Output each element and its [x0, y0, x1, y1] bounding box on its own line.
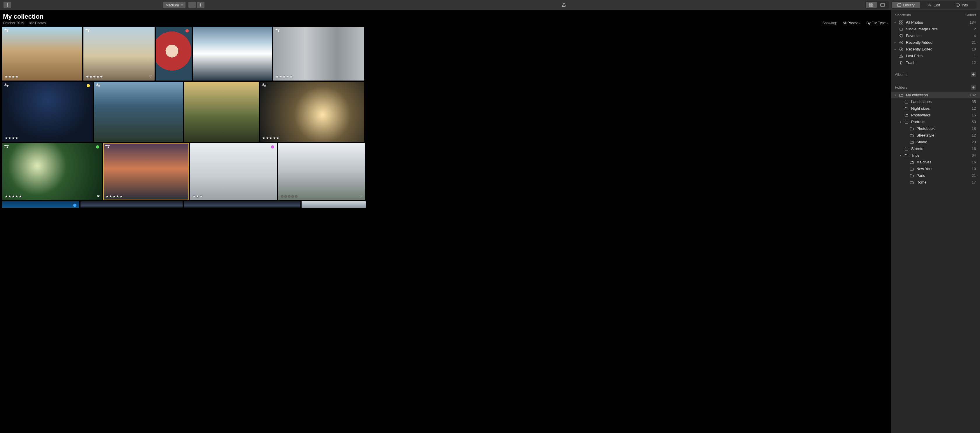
folder-label: Photowalks — [911, 113, 969, 117]
folder-icon — [904, 113, 908, 117]
shortcut-label: Trash — [906, 60, 969, 65]
photo-thumbnail[interactable] — [193, 27, 272, 81]
folder-count: 53 — [972, 119, 976, 124]
folder-item[interactable]: ▾Trips64 — [891, 152, 980, 159]
folder-item[interactable]: ▾My collection182 — [891, 92, 980, 98]
color-label-dot — [271, 145, 274, 148]
photo-thumbnail[interactable] — [2, 201, 80, 208]
photo-thumbnail[interactable]: ★★★★ — [2, 27, 82, 81]
folder-item[interactable]: ▾Portraits53 — [891, 118, 980, 125]
shortcut-label: Favorites — [906, 33, 972, 38]
photo-thumbnail[interactable] — [184, 82, 259, 142]
shortcut-item[interactable]: Lost Edits1 — [891, 53, 980, 59]
single-view-button[interactable] — [877, 2, 888, 8]
add-button[interactable] — [3, 2, 11, 8]
disclosure-triangle[interactable]: ▾ — [894, 94, 897, 97]
photo-thumbnail[interactable] — [94, 82, 183, 142]
folder-item[interactable]: Studio23 — [891, 138, 980, 145]
folder-item[interactable]: Rome17 — [891, 179, 980, 186]
adjustments-icon — [262, 83, 266, 87]
edit-tab-label: Edit — [934, 3, 940, 7]
shortcut-item[interactable]: Single Image Edits2 — [891, 25, 980, 32]
content-area: My collection October 2019 182 Photos Sh… — [0, 10, 891, 433]
folder-count: 21 — [972, 174, 976, 178]
grid-view-button[interactable] — [865, 2, 877, 8]
photo-thumbnail[interactable] — [302, 201, 366, 208]
photo-thumbnail[interactable] — [81, 201, 183, 208]
folder-item[interactable]: Landscapes35 — [891, 98, 980, 105]
shortcut-label: Recently Edited — [906, 47, 969, 51]
folder-item[interactable]: Streetstyle12 — [891, 132, 980, 138]
folder-label: New York — [916, 167, 969, 171]
svg-rect-12 — [899, 23, 901, 24]
folder-item[interactable]: New York10 — [891, 166, 980, 172]
plus-icon — [972, 73, 975, 76]
photo-thumbnail[interactable]: ★★★ — [190, 143, 277, 200]
shortcut-item[interactable]: ▸Recently Edited10 — [891, 46, 980, 53]
folder-item[interactable]: Paris21 — [891, 172, 980, 179]
photo-thumbnail[interactable]: ★★★★★♡ — [278, 143, 365, 200]
folder-item[interactable]: Photowalks15 — [891, 112, 980, 118]
folder-count: 18 — [972, 126, 976, 131]
folder-label: Photobook — [916, 126, 969, 131]
select-button[interactable]: Select — [966, 13, 976, 17]
folder-icon — [910, 140, 914, 144]
adjustments-icon — [85, 29, 90, 32]
photo-thumbnail[interactable]: ★★★★★♡ — [83, 27, 154, 81]
sort-dropdown[interactable]: By File Type — [867, 21, 888, 25]
photo-thumbnail[interactable] — [156, 27, 192, 81]
plus-icon — [972, 86, 975, 89]
photo-thumbnail[interactable]: ★★★★★❤ — [2, 143, 102, 200]
share-icon — [562, 3, 566, 7]
folder-count: 16 — [972, 160, 976, 164]
plus-icon — [5, 3, 10, 7]
folder-icon — [910, 133, 914, 137]
folder-item[interactable]: Photobook18 — [891, 125, 980, 132]
folder-label: Portraits — [911, 119, 969, 124]
folders-header: Folders — [895, 85, 907, 89]
folder-item[interactable]: Maldives16 — [891, 159, 980, 166]
shortcut-item[interactable]: Favorites4 — [891, 32, 980, 39]
filter-dropdown[interactable]: All Photos — [843, 21, 861, 25]
library-tab[interactable]: Library — [892, 2, 920, 8]
folder-item[interactable]: Streets16 — [891, 145, 980, 152]
adjustments-icon — [105, 145, 110, 148]
info-tab[interactable]: Info — [948, 2, 976, 8]
zoom-in-button[interactable] — [197, 2, 204, 8]
zoom-out-button[interactable] — [188, 2, 196, 8]
disclosure-triangle[interactable]: ▾ — [899, 121, 902, 123]
svg-rect-0 — [869, 3, 871, 5]
photo-thumbnail[interactable]: ★★★★ — [2, 82, 93, 142]
svg-rect-10 — [899, 21, 901, 22]
photo-thumbnail[interactable] — [184, 201, 301, 208]
favorite-icon: ♡ — [360, 194, 363, 198]
folder-label: Streetstyle — [916, 133, 969, 137]
shortcuts-header: Shortcuts — [895, 13, 911, 17]
add-album-button[interactable] — [970, 72, 976, 77]
view-segment — [865, 1, 889, 9]
disclosure-triangle[interactable]: ▸ — [894, 41, 897, 44]
thumbnail-size-select[interactable]: Medium — [163, 2, 185, 8]
disclosure-triangle[interactable]: ▾ — [899, 154, 902, 157]
edit-tab[interactable]: Edit — [920, 2, 948, 8]
add-folder-button[interactable] — [970, 84, 976, 90]
shortcut-item[interactable]: Trash12 — [891, 59, 980, 66]
color-label-dot — [186, 29, 189, 32]
shortcut-item[interactable]: ▸Recently Added21 — [891, 39, 980, 46]
share-button[interactable] — [560, 2, 568, 8]
collection-header: My collection October 2019 182 Photos Sh… — [0, 10, 891, 27]
folder-count: 182 — [969, 93, 976, 97]
trash-icon — [899, 61, 903, 65]
photo-thumbnail[interactable]: ★★★★★ — [273, 27, 364, 81]
shortcut-item[interactable]: ▸All Photos184 — [891, 19, 980, 25]
shortcut-count: 2 — [974, 27, 976, 31]
photo-thumbnail[interactable]: ★★★★★ — [103, 143, 189, 200]
disclosure-triangle[interactable]: ▸ — [894, 48, 897, 51]
info-icon — [956, 3, 960, 7]
disclosure-triangle[interactable]: ▸ — [894, 21, 897, 24]
folder-item[interactable]: Night skies12 — [891, 105, 980, 112]
folder-label: Night skies — [911, 106, 969, 111]
photo-thumbnail[interactable]: ★★★★★ — [260, 82, 364, 142]
svg-point-7 — [930, 5, 931, 6]
showing-label: Showing: — [822, 21, 837, 25]
